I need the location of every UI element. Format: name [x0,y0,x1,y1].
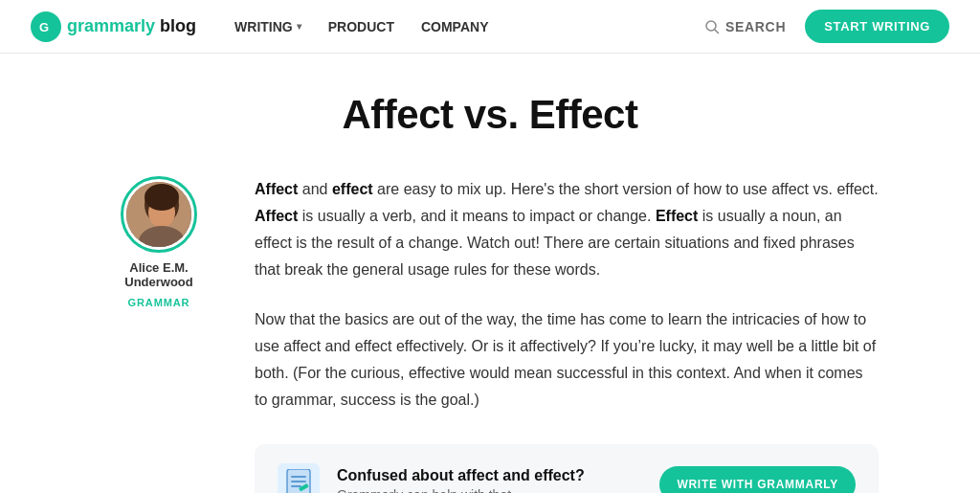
chevron-down-icon: ▾ [297,21,301,32]
promo-card: Confused about affect and effect? Gramma… [255,444,879,493]
nav-writing[interactable]: WRITING ▾ [234,19,301,34]
main-content: Affect vs. Effect [78,54,902,493]
bold-effect-2: Effect [656,208,698,224]
nav-right: SEARCH START WRITING [704,10,949,43]
promo-icon [278,463,320,493]
document-icon [285,469,312,493]
content-layout: Alice E.M. Underwood GRAMMAR Affect and … [101,176,879,493]
article-paragraph-1: Affect and effect are easy to mix up. He… [255,176,879,283]
author-sidebar: Alice E.M. Underwood GRAMMAR [101,176,216,308]
nav-links: WRITING ▾ PRODUCT COMPANY [234,19,488,34]
logo-text: grammarly blog [67,16,196,36]
promo-text: Confused about affect and effect? Gramma… [337,467,642,494]
author-avatar [126,182,191,247]
svg-text:G: G [39,20,49,34]
promo-subtitle: Grammarly can help with that. [337,487,642,494]
author-name: Alice E.M. Underwood [101,260,216,289]
search-button[interactable]: SEARCH [704,19,786,34]
promo-title: Confused about affect and effect? [337,467,642,484]
svg-line-2 [715,30,719,34]
start-writing-button[interactable]: START WRITING [805,10,949,43]
search-label: SEARCH [725,19,786,34]
main-nav: G grammarly blog WRITING ▾ PRODUCT COMPA… [0,0,980,54]
bold-affect-2: Affect [255,208,298,224]
author-avatar-wrapper [121,176,197,253]
write-grammarly-button[interactable]: WRITE WITH GRAMMARLY [659,466,856,493]
nav-product[interactable]: PRODUCT [328,19,394,34]
article-body: Affect and effect are easy to mix up. He… [255,176,879,493]
bold-effect: effect [332,181,373,197]
article-paragraph-2: Now that the basics are out of the way, … [255,306,879,414]
logo-icon: G [31,11,61,42]
bold-affect: Affect [255,181,298,197]
article-title: Affect vs. Effect [101,92,879,138]
svg-point-6 [145,184,179,211]
logo-link[interactable]: G grammarly blog [31,11,196,42]
search-icon [704,19,720,34]
author-tag: GRAMMAR [128,297,190,308]
nav-company[interactable]: COMPANY [421,19,489,34]
